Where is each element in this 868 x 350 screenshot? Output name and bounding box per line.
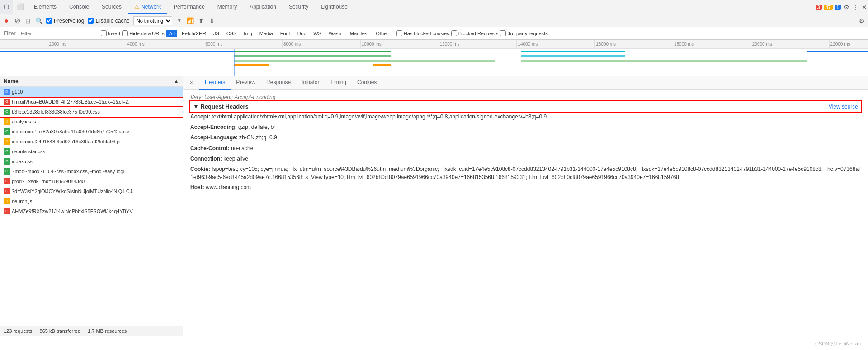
header-accept-encoding: Accept-Encoding: gzip, deflate, br	[190, 122, 861, 132]
detail-tabs: × Headers Preview Response Initiator Tim…	[183, 76, 868, 90]
tab-sources[interactable]: Sources	[95, 0, 128, 14]
file-list-footer: 123 requests 865 kB transferred 1.7 MB r…	[0, 326, 183, 336]
list-item[interactable]: J neuron.js	[0, 196, 183, 206]
tick-2000: 2000 ms	[48, 40, 66, 48]
main-content: Name ▲ D g110 G hm.gif?hca=B0ADD8F4F2778…	[0, 76, 868, 336]
tab-preview[interactable]: Preview	[231, 76, 261, 90]
third-party-checkbox[interactable]	[500, 30, 506, 36]
tab-bar: ⬡ ⬜ Elements Console Sources ⚠ Network P…	[0, 0, 868, 14]
settings-icon[interactable]: ⚙	[843, 4, 850, 11]
filter-icon[interactable]: ⊟	[24, 17, 32, 24]
file-list-scroll[interactable]: D g110 G hm.gif?hca=B0ADD8F4F27783EB&cc=…	[0, 87, 183, 326]
filter-js[interactable]: JS	[211, 30, 222, 37]
badge-area: 3 47 1 ⚙ ⋮ ✕	[816, 0, 868, 14]
network-toolbar: ● ⊘ ⊟ 🔍 Preserve log Disable cache No th…	[0, 14, 868, 27]
list-item[interactable]: J index.min.f2491848f6ed02c16c39faad2feb…	[0, 137, 183, 147]
tab-inspect-icon[interactable]: ⬡	[0, 0, 13, 14]
disable-cache-checkbox[interactable]	[88, 18, 94, 24]
tick-18000: 18000 ms	[673, 40, 694, 48]
hide-data-urls-label[interactable]: Hide data URLs	[122, 30, 165, 36]
blocked-requests-checkbox[interactable]	[451, 30, 457, 36]
tab-initiator[interactable]: Initiator	[296, 76, 325, 90]
list-item[interactable]: C nebula-star.css	[0, 147, 183, 156]
tab-application[interactable]: Application	[243, 0, 283, 14]
throttle-select[interactable]: No throttling	[133, 16, 172, 25]
tab-response[interactable]: Response	[261, 76, 296, 90]
tab-lighthouse[interactable]: Lighthouse	[315, 0, 354, 14]
throttle-dropdown-icon[interactable]: ▼	[176, 17, 183, 24]
view-source-link[interactable]: View source	[829, 104, 858, 110]
filter-input[interactable]	[18, 29, 99, 38]
list-item[interactable]: C index.css	[0, 156, 183, 166]
clear-icon[interactable]: ⊘	[14, 17, 21, 24]
blocked-requests-label[interactable]: Blocked Requests	[451, 30, 499, 36]
tab-cookies[interactable]: Cookies	[352, 76, 382, 90]
list-item[interactable]: D g110	[0, 87, 183, 97]
request-headers-title[interactable]: ▼ Request Headers View source	[190, 101, 861, 112]
tab-console[interactable]: Console	[63, 0, 95, 14]
list-item[interactable]: G prod?_lxsdk_rnd=1846690843d0	[0, 176, 183, 186]
search-icon[interactable]: 🔍	[35, 17, 42, 24]
filter-other[interactable]: Other	[373, 30, 391, 37]
filter-manifest[interactable]: Manifest	[347, 30, 372, 37]
network-settings-icon[interactable]: ⚙	[858, 17, 865, 24]
record-icon[interactable]: ●	[3, 17, 10, 24]
gif-icon: G	[4, 178, 10, 184]
list-item[interactable]: C ~mod~mbox~1.0.4~css~mbox.css,~mod~easy…	[0, 166, 183, 176]
filter-doc[interactable]: Doc	[295, 30, 309, 37]
tab-timing[interactable]: Timing	[325, 76, 352, 90]
scroll-thumb[interactable]: ▲	[174, 78, 179, 85]
invert-checkbox[interactable]	[101, 30, 107, 36]
filter-media[interactable]: Media	[257, 30, 276, 37]
tick-4000: 4000 ms	[126, 40, 144, 48]
download-icon[interactable]: ⬇	[208, 17, 216, 24]
tab-network[interactable]: ⚠ Network	[128, 0, 167, 14]
gif-icon: G	[4, 99, 10, 105]
timeline-area: 2000 ms 4000 ms 6000 ms 8000 ms 10000 ms…	[0, 40, 868, 76]
css-icon: C	[4, 109, 10, 115]
filter-ws[interactable]: WS	[311, 30, 324, 37]
tab-elements[interactable]: Elements	[28, 0, 63, 14]
tab-security[interactable]: Security	[283, 0, 315, 14]
filter-img[interactable]: Img	[241, 30, 255, 37]
list-item[interactable]: C index.min.1b782a80b8abe41a0307fdd6b470…	[0, 127, 183, 137]
close-panel-button[interactable]: ×	[187, 78, 196, 87]
list-item[interactable]: G hm.gif?hca=B0ADD8F4F27783EB&cc=1&ck=1&…	[0, 97, 183, 107]
preserve-log-label[interactable]: Preserve log	[46, 18, 84, 24]
warn-badge: 47	[824, 5, 833, 10]
tab-mobile-icon[interactable]: ⬜	[13, 0, 28, 14]
error-badge: 3	[816, 5, 822, 10]
close-icon[interactable]: ✕	[861, 4, 868, 11]
invert-label[interactable]: Invert	[101, 30, 121, 36]
tab-headers[interactable]: Headers	[199, 76, 231, 90]
tick-12000: 12000 ms	[439, 40, 460, 48]
tab-memory[interactable]: Memory	[211, 0, 243, 14]
list-item[interactable]: J analytics.js	[0, 117, 183, 127]
css-icon: C	[4, 148, 10, 155]
blocked-cookies-checkbox[interactable]	[396, 30, 402, 36]
filter-all[interactable]: All	[166, 30, 177, 37]
vary-row: Vary: User-Agent; Accept-Encoding	[190, 93, 861, 101]
more-icon[interactable]: ⋮	[852, 4, 859, 11]
tab-performance[interactable]: Performance	[167, 0, 211, 14]
upload-icon[interactable]: ⬆	[198, 17, 205, 24]
filter-bar: Filter Invert Hide data URLs All Fetch/X…	[0, 27, 868, 40]
hide-data-urls-checkbox[interactable]	[122, 30, 128, 36]
header-accept: Accept: text/html,application/xhtml+xml,…	[190, 112, 861, 122]
list-item[interactable]: C b3fbec1328dfef833038fcc375ff0d90.css	[0, 107, 183, 117]
third-party-label[interactable]: 3rd-party requests	[500, 30, 547, 36]
list-item[interactable]: G AHMZe9fRX5zw21JI4wiNqPbbxiS5FSOWlJk4q4…	[0, 206, 183, 216]
css-icon: C	[4, 168, 10, 175]
timeline-ruler: 2000 ms 4000 ms 6000 ms 8000 ms 10000 ms…	[0, 40, 868, 49]
filter-fetch-xhr[interactable]: Fetch/XHR	[179, 30, 209, 37]
wifi-icon[interactable]: 📶	[187, 17, 194, 24]
disable-cache-label[interactable]: Disable cache	[88, 18, 129, 24]
filter-wasm[interactable]: Wasm	[326, 30, 345, 37]
filter-font[interactable]: Font	[278, 30, 293, 37]
header-cache-control: Cache-Control: no-cache	[190, 143, 861, 154]
header-connection: Connection: keep-alive	[190, 154, 861, 164]
filter-css[interactable]: CSS	[224, 30, 240, 37]
list-item[interactable]: G ?d=W3siY2giOiJCYWlkdSIsInNjJjoiMTUzNio…	[0, 186, 183, 196]
preserve-log-checkbox[interactable]	[46, 18, 52, 24]
blocked-cookies-label[interactable]: Has blocked cookies	[396, 30, 449, 36]
